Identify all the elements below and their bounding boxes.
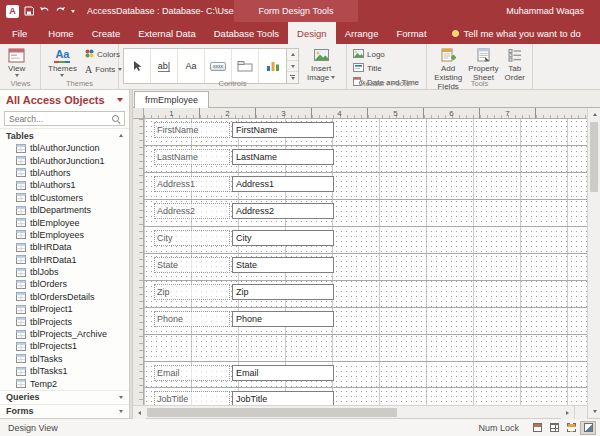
- search-icon[interactable]: [111, 114, 121, 124]
- nav-pane-caret-icon[interactable]: [117, 98, 123, 102]
- undo-icon[interactable]: [39, 6, 50, 16]
- vertical-scrollbar[interactable]: [587, 108, 600, 418]
- ruler-cell: 4: [312, 108, 368, 118]
- table-list-item[interactable]: Temp2: [0, 377, 129, 389]
- account-name[interactable]: Muhammad Waqas: [506, 6, 600, 16]
- redo-icon[interactable]: [55, 6, 66, 16]
- table-list-item[interactable]: tblEmployees: [0, 229, 129, 241]
- field-label-control[interactable]: Email: [154, 365, 230, 381]
- table-list-item[interactable]: tblCustomers: [0, 192, 129, 204]
- scroll-right-icon[interactable]: [561, 406, 574, 419]
- tab-format[interactable]: Format: [387, 22, 435, 44]
- table-list-item[interactable]: tblAuthorJunction: [0, 142, 129, 154]
- nav-pane-title[interactable]: All Access Objects: [0, 90, 129, 110]
- field-textbox-control[interactable]: Zip: [232, 284, 334, 300]
- table-list-item[interactable]: tblProjects: [0, 315, 129, 327]
- design-view-button[interactable]: [580, 421, 596, 435]
- section-forms[interactable]: Forms: [0, 404, 129, 418]
- gallery-scroll-down-icon[interactable]: [287, 61, 298, 73]
- table-list-item[interactable]: tblAuthorJunction1: [0, 154, 129, 166]
- table-list-item[interactable]: tblHRData: [0, 241, 129, 253]
- tab-home[interactable]: Home: [39, 22, 82, 44]
- field-textbox-control[interactable]: LastName: [232, 149, 334, 165]
- qat-customize-caret-icon[interactable]: [71, 10, 75, 13]
- vscroll-thumb[interactable]: [590, 122, 598, 192]
- scroll-up-icon[interactable]: [588, 108, 600, 121]
- field-label-control[interactable]: JobTitle: [154, 391, 230, 405]
- field-textbox-control[interactable]: State: [232, 257, 334, 273]
- tab-arrange[interactable]: Arrange: [336, 22, 388, 44]
- table-list-item[interactable]: tblDepartments: [0, 204, 129, 216]
- field-textbox-control[interactable]: Phone: [232, 311, 334, 327]
- tab-external-data[interactable]: External Data: [129, 22, 205, 44]
- field-textbox-control[interactable]: City: [232, 230, 334, 246]
- document-tab-frmemployee[interactable]: frmEmployee: [134, 91, 209, 108]
- table-list-item[interactable]: tblTasks1: [0, 365, 129, 377]
- table-list-item[interactable]: tblAuthors: [0, 167, 129, 179]
- form-design-grid[interactable]: FirstName FirstName LastName: [144, 119, 587, 405]
- horizontal-ruler[interactable]: 1 2 3 4 5 6 7: [144, 108, 587, 119]
- design-view-shortcut-icon: [584, 423, 593, 432]
- title-button[interactable]: Title: [351, 62, 421, 75]
- field-label-control[interactable]: State: [154, 257, 230, 273]
- save-icon[interactable]: [24, 6, 34, 16]
- table-list-item[interactable]: tblTasks: [0, 353, 129, 365]
- queries-expand-icon[interactable]: [119, 396, 123, 399]
- section-tables[interactable]: Tables: [0, 128, 129, 142]
- field-textbox-control[interactable]: JobTitle: [232, 391, 334, 405]
- layout-view-button[interactable]: [563, 421, 579, 435]
- table-list-item[interactable]: tblEmployee: [0, 216, 129, 228]
- tab-design[interactable]: Design: [288, 22, 336, 44]
- field-label-control[interactable]: Zip: [154, 284, 230, 300]
- themes-button[interactable]: Aa Themes: [45, 46, 80, 78]
- scroll-down-icon[interactable]: [588, 405, 600, 418]
- tell-me-box[interactable]: Tell me what you want to do: [442, 22, 591, 44]
- section-queries[interactable]: Queries: [0, 390, 129, 404]
- field-textbox-control[interactable]: FirstName: [232, 122, 334, 138]
- table-list-item[interactable]: tblProjects_Archive: [0, 328, 129, 340]
- search-input[interactable]: [5, 114, 111, 124]
- view-button[interactable]: View: [5, 46, 28, 78]
- table-list-item[interactable]: tblOrders: [0, 278, 129, 290]
- field-textbox-control[interactable]: Address1: [232, 176, 334, 192]
- label-icon[interactable]: Aa: [178, 49, 205, 83]
- field-label-control[interactable]: Address2: [154, 203, 230, 219]
- themes-icon-colorbar: [54, 61, 70, 63]
- table-list-item[interactable]: tblAuthors1: [0, 179, 129, 191]
- access-logo-icon[interactable]: A: [6, 5, 19, 18]
- field-label-control[interactable]: Address1: [154, 176, 230, 192]
- field-label-control[interactable]: FirstName: [154, 122, 230, 138]
- table-list-item[interactable]: tblProjects1: [0, 340, 129, 352]
- forms-expand-icon[interactable]: [119, 410, 123, 413]
- logo-button[interactable]: Logo: [351, 48, 421, 61]
- tab-control-icon[interactable]: [232, 49, 259, 83]
- field-label-control[interactable]: City: [154, 230, 230, 246]
- insert-image-button[interactable]: Insert Image: [304, 46, 338, 83]
- tables-collapse-icon[interactable]: [119, 134, 123, 137]
- document-tab-bar: frmEmployee: [133, 90, 600, 108]
- ruler-number: 4: [337, 109, 341, 118]
- field-label-control[interactable]: Phone: [154, 311, 230, 327]
- table-list-item[interactable]: tblHRData1: [0, 254, 129, 266]
- chart-icon[interactable]: [259, 49, 286, 83]
- tab-file[interactable]: File: [0, 22, 39, 44]
- tab-database-tools[interactable]: Database Tools: [205, 22, 288, 44]
- field-label-control[interactable]: LastName: [154, 149, 230, 165]
- table-list-item[interactable]: tblProject1: [0, 303, 129, 315]
- button-icon[interactable]: xxxx: [205, 49, 232, 83]
- vertical-ruler[interactable]: [133, 119, 144, 405]
- tab-create[interactable]: Create: [83, 22, 130, 44]
- hscroll-thumb[interactable]: [147, 408, 397, 417]
- textbox-icon[interactable]: ab|: [151, 49, 178, 83]
- form-view-button[interactable]: [529, 421, 545, 435]
- field-textbox-control[interactable]: Email: [232, 365, 334, 381]
- gallery-scroll-up-icon[interactable]: [287, 49, 298, 61]
- horizontal-scrollbar[interactable]: [133, 405, 587, 418]
- table-list-item[interactable]: tblJobs: [0, 266, 129, 278]
- scroll-left-icon[interactable]: [133, 406, 146, 419]
- datasheet-view-button[interactable]: [546, 421, 562, 435]
- table-list-item[interactable]: tblOrdersDetails: [0, 291, 129, 303]
- form-selector[interactable]: [133, 108, 144, 119]
- field-textbox-control[interactable]: Address2: [232, 203, 334, 219]
- select-icon[interactable]: [124, 49, 151, 83]
